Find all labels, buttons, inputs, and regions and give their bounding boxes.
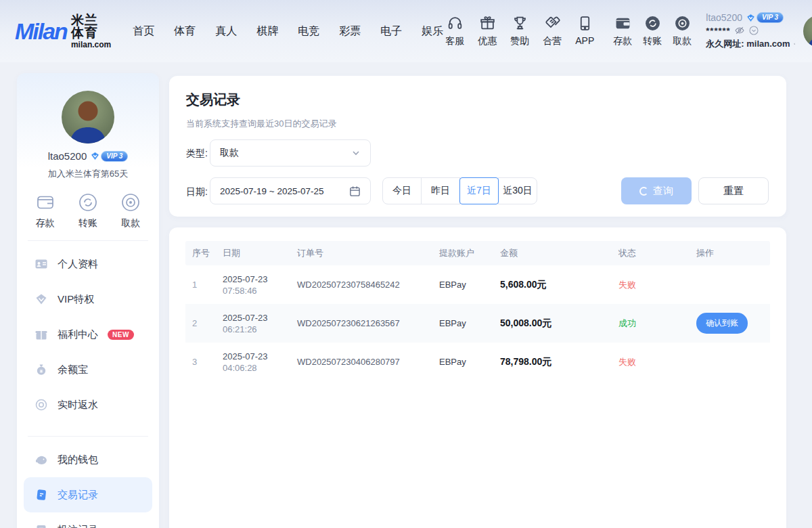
app-label: APP: [575, 35, 594, 46]
confirm-received-button[interactable]: 确认到账: [696, 313, 748, 334]
customer-service-button[interactable]: 客服: [443, 15, 466, 47]
query-button[interactable]: 查询: [621, 177, 692, 204]
gift-icon: [35, 328, 48, 341]
table-row: 1 2025-07-23 07:58:46 WD2025072307584652…: [185, 265, 770, 304]
search-icon[interactable]: [794, 39, 796, 49]
transfer-label: 转账: [643, 35, 662, 47]
transactions-table-card: 序号 日期 订单号 提款账户 金额 状态 操作 1 2025-07-23 07:…: [169, 227, 786, 528]
chevron-down-icon: [351, 148, 361, 158]
vip-badge: VIP 3: [746, 12, 784, 23]
logo-script-text: Milan: [15, 18, 67, 45]
brand-logo[interactable]: Milan 米兰体育 milan.com: [15, 14, 111, 49]
divider: [28, 240, 148, 241]
divider: [28, 436, 148, 437]
row-order-number: WD202507230406280797: [290, 357, 432, 367]
sidebar-item-label: 交易记录: [58, 489, 98, 502]
eye-off-icon[interactable]: [734, 25, 745, 36]
nav-home[interactable]: 首页: [133, 24, 154, 39]
sidebar-item-rebate[interactable]: 实时返水: [17, 387, 159, 422]
sponsor-button[interactable]: 赞助: [508, 15, 531, 47]
sidebar-item-wallet[interactable]: 我的钱包: [17, 442, 159, 477]
transfer-icon: [644, 15, 661, 32]
transfer-button[interactable]: 转账: [641, 15, 664, 47]
row-status: 失败: [612, 356, 690, 368]
sidebar-item-benefits[interactable]: 福利中心 NEW: [17, 317, 159, 352]
nav-cards[interactable]: 棋牌: [256, 24, 278, 39]
affiliate-button[interactable]: 合营: [541, 15, 564, 47]
sidebar-vip-level: VIP 3: [101, 151, 128, 162]
reset-button[interactable]: 重置: [698, 177, 769, 204]
logo-cn-text: 米兰体育: [71, 14, 111, 39]
header-user-block: ltao5200 VIP 3 ****** 永久网址: milan.com: [706, 12, 795, 50]
withdraw-icon: [674, 15, 691, 32]
promotions-button[interactable]: 优惠: [476, 15, 499, 47]
transaction-record-icon: [35, 488, 48, 502]
type-select[interactable]: 取款: [210, 139, 371, 167]
row-amount: 78,798.00元: [493, 356, 612, 368]
logo-domain-text: milan.com: [71, 41, 111, 49]
chevron-down-circle-icon[interactable]: [748, 25, 759, 36]
masked-balance: ******: [706, 26, 730, 36]
row-account: EBPay: [432, 357, 493, 367]
row-index: 2: [185, 318, 216, 328]
quick-transfer-button[interactable]: 转账: [78, 192, 98, 229]
date-label: 日期:: [186, 186, 208, 198]
nav-lottery[interactable]: 彩票: [339, 24, 361, 39]
permanent-url-label: 永久网址: milan.com: [706, 38, 790, 50]
top-header: Milan 米兰体育 milan.com 首页 体育 真人 棋牌 电竞 彩票 电…: [0, 0, 812, 62]
row-order-number: WD202507230758465242: [290, 280, 432, 290]
withdraw-label: 取款: [673, 35, 692, 47]
nav-entertainment[interactable]: 娱乐: [422, 24, 443, 39]
joined-days-label: 加入米兰体育第65天: [17, 168, 159, 180]
sidebar-item-label: 我的钱包: [58, 454, 98, 466]
row-index: 1: [185, 280, 216, 290]
sidebar-item-bets[interactable]: 投注记录: [17, 512, 159, 528]
preset-today-button[interactable]: 今日: [382, 177, 422, 204]
sponsor-label: 赞助: [510, 35, 529, 47]
date-range-input[interactable]: 2025-07-19 ~ 2025-07-25: [210, 177, 371, 204]
sidebar-item-vip[interactable]: VIP特权: [17, 282, 159, 317]
sidebar-avatar[interactable]: [62, 91, 114, 144]
table-header-row: 序号 日期 订单号 提款账户 金额 状态 操作: [185, 241, 770, 265]
diamond-icon: [35, 292, 48, 306]
quick-deposit-button[interactable]: 存款: [35, 192, 55, 229]
nav-sports[interactable]: 体育: [174, 24, 196, 39]
app-download-button[interactable]: APP: [573, 15, 596, 47]
date-range-presets: 今日 昨日 近7日 近30日: [382, 177, 537, 204]
sidebar-item-yuebao[interactable]: 余额宝: [17, 352, 159, 387]
col-date: 日期: [216, 247, 290, 259]
type-select-value: 取款: [220, 147, 239, 159]
nav-slots[interactable]: 电子: [380, 24, 402, 39]
status-badge: 成功: [618, 318, 636, 328]
sidebar-item-transactions[interactable]: 交易记录: [24, 477, 152, 512]
preset-30days-button[interactable]: 近30日: [498, 177, 537, 204]
sidebar-item-label: VIP特权: [58, 293, 94, 306]
sidebar: ltao5200 VIP 3 加入米兰体育第65天 存款 转账 取款: [17, 73, 159, 528]
headset-icon: [447, 15, 464, 32]
avatar[interactable]: [803, 15, 812, 47]
withdraw-button[interactable]: 取款: [671, 15, 694, 47]
col-status: 状态: [612, 247, 690, 259]
preset-yesterday-button[interactable]: 昨日: [421, 177, 460, 204]
sidebar-item-profile[interactable]: 个人资料: [17, 246, 159, 282]
nav-esports[interactable]: 电竞: [298, 24, 319, 39]
filter-card: 交易记录 当前系统支持查询最近30日的交易记录 类型: 取款 日期: 2025-…: [169, 76, 786, 217]
loading-spinner-icon: [639, 187, 648, 196]
deposit-button[interactable]: 存款: [611, 15, 634, 47]
page: Milan 米兰体育 milan.com 首页 体育 真人 棋牌 电竞 彩票 电…: [0, 0, 812, 528]
col-index: 序号: [185, 247, 216, 259]
username: ltao5200: [706, 12, 742, 23]
quick-withdraw-button[interactable]: 取款: [120, 192, 141, 229]
page-subtitle: 当前系统支持查询最近30日的交易记录: [186, 118, 336, 130]
col-action: 操作: [690, 247, 770, 259]
nav-live[interactable]: 真人: [215, 24, 237, 39]
row-index: 3: [185, 357, 216, 367]
piggy-bank-icon: [35, 453, 48, 466]
row-order-number: WD202507230621263567: [290, 318, 432, 328]
preset-7days-button[interactable]: 近7日: [459, 177, 499, 204]
promotions-label: 优惠: [478, 35, 497, 47]
row-status: 失败: [612, 279, 690, 291]
wallet-outline-icon: [35, 192, 55, 213]
wallet-icon: [614, 15, 631, 32]
type-label: 类型:: [186, 148, 208, 160]
